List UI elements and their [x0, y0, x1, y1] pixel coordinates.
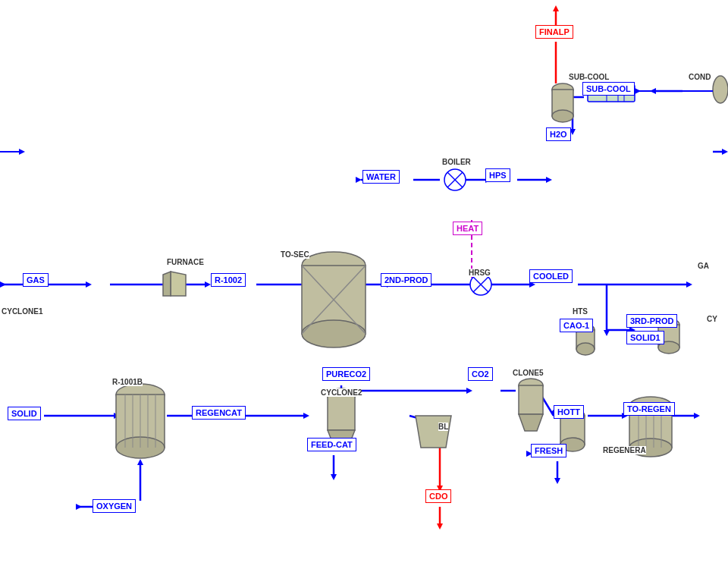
cond-label: COND — [689, 73, 711, 81]
cy-label: CY — [707, 315, 717, 323]
solid1-label[interactable]: SOLID1 — [626, 331, 664, 344]
svg-point-90 — [552, 110, 573, 122]
pureco2-label[interactable]: PURECO2 — [322, 367, 370, 381]
regenera-label: REGENERA — [603, 446, 646, 454]
solid-label[interactable]: SOLID — [8, 407, 41, 420]
cooled-label[interactable]: COOLED — [529, 269, 573, 283]
fresh-label[interactable]: FRESH — [531, 444, 566, 457]
svg-marker-76 — [163, 272, 171, 296]
regencat-label[interactable]: REGENCAT — [192, 406, 246, 420]
oxygen-label[interactable]: OXYGEN — [93, 499, 136, 513]
to-regen-label[interactable]: TO-REGEN — [623, 402, 675, 416]
r1002-label: TO-SEC — [281, 250, 309, 259]
gas-label[interactable]: GAS — [23, 273, 49, 287]
boiler-label: BOILER — [442, 158, 471, 166]
svg-marker-128 — [416, 416, 451, 448]
ga-label: GA — [698, 262, 709, 270]
sep-label: SUB-COOL — [569, 73, 609, 81]
3rd-prod-label[interactable]: 3RD-PROD — [626, 314, 677, 328]
bl-label: BL — [438, 423, 448, 431]
process-flow-diagram: GAS R-1002 2ND-PROD COOLED WATER HPS HEA… — [0, 0, 728, 569]
svg-point-100 — [576, 343, 595, 355]
water-label[interactable]: WATER — [362, 170, 400, 184]
cyclone2-label: CYCLONE2 — [321, 388, 362, 397]
clone5-label: CLONE5 — [513, 369, 544, 377]
svg-rect-113 — [328, 396, 355, 430]
cyclone1-label: CYCLONE1 — [2, 307, 42, 316]
finalp-label[interactable]: FINALP — [535, 25, 573, 39]
sub-cool-label[interactable]: SUB-COOL — [582, 82, 635, 96]
to-sec-label[interactable]: R-1002 — [211, 273, 246, 287]
hps-label[interactable]: HPS — [485, 168, 510, 182]
svg-point-95 — [713, 76, 728, 103]
heat-label[interactable]: HEAT — [453, 222, 482, 235]
svg-rect-116 — [519, 385, 543, 414]
svg-marker-75 — [171, 272, 186, 296]
hts-label: HTS — [573, 307, 588, 316]
feed-cat-label[interactable]: FEED-CAT — [307, 438, 356, 451]
furnace-label: FURNACE — [167, 258, 204, 266]
2nd-prod-label[interactable]: 2ND-PROD — [381, 273, 431, 287]
hott-label[interactable]: HOTT — [554, 405, 584, 419]
r1001b-label: R-1001B — [112, 378, 143, 386]
cao1-label[interactable]: CAO-1 — [560, 319, 593, 332]
co2-label[interactable]: CO2 — [468, 367, 493, 381]
h2o-label[interactable]: H2O — [546, 127, 571, 141]
cdo-label[interactable]: CDO — [425, 489, 451, 503]
hrsg-label: HRSG — [469, 269, 491, 277]
